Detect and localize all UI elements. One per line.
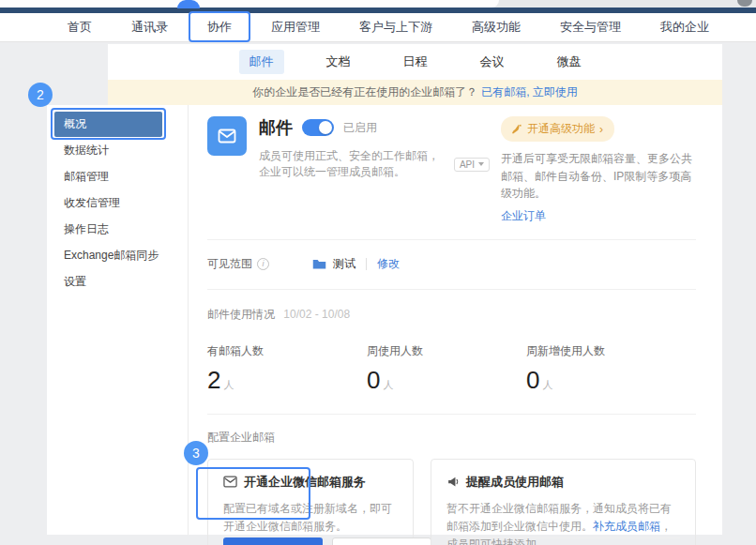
- visible-range-value: 测试: [333, 256, 355, 272]
- content-area: 邮件 已启用 成员可使用正式、安全的工作邮箱，企业可以统一管理成员邮箱。 API…: [188, 105, 722, 535]
- sidebar-item-settings[interactable]: 设置: [47, 268, 188, 295]
- folder-icon: [312, 258, 326, 270]
- stat-unit: 人: [383, 379, 393, 390]
- visible-range-label: 可见范围: [207, 256, 252, 272]
- nav-item-home[interactable]: 首页: [68, 19, 92, 36]
- megaphone-icon: [446, 476, 460, 488]
- api-dropdown-button[interactable]: API: [454, 158, 490, 172]
- existing-mailbox-banner: 你的企业是否已经有正在使用的企业邮箱了？ 已有邮箱, 立即使用: [108, 80, 722, 105]
- nav-item-security-management[interactable]: 安全与管理: [560, 19, 621, 36]
- rocket-icon: [510, 123, 522, 135]
- sidebar-item-overview[interactable]: 概况: [54, 112, 162, 137]
- stat-mailbox-users: 有邮箱人数 2人: [207, 343, 367, 395]
- tab-docs[interactable]: 文档: [316, 50, 361, 74]
- usage-title: 邮件使用情况: [207, 308, 275, 321]
- premium-button-label: 开通高级功能: [527, 121, 595, 137]
- card-title: 提醒成员使用邮箱: [466, 474, 564, 491]
- page-title: 邮件: [259, 116, 293, 139]
- sidebar-item-operation-log[interactable]: 操作日志: [47, 216, 188, 242]
- stat-weekly-users: 周使用人数 0人: [367, 343, 526, 395]
- stat-weekly-new-users: 周新增使用人数 0人: [526, 343, 686, 395]
- info-icon[interactable]: i: [257, 258, 269, 270]
- api-label: API: [460, 159, 475, 170]
- nav-item-advanced-features[interactable]: 高级功能: [472, 19, 521, 36]
- stat-label: 周新增使用人数: [526, 343, 686, 359]
- browser-tab-edge: [0, 0, 499, 8]
- chevron-down-icon: [478, 162, 484, 166]
- premium-description: 开通后可享受无限邮箱容量、更多公共邮箱、邮件自动备份、IP限制等多项高级功能。: [501, 150, 696, 203]
- mail-enabled-label: 已启用: [343, 120, 377, 136]
- stat-value: 0: [367, 366, 380, 394]
- nav-item-my-company[interactable]: 我的企业: [660, 19, 709, 36]
- open-mailbox-service-card: 开通企业微信邮箱服务 配置已有域名或注册新域名，即可开通企业微信邮箱服务。 企业…: [207, 459, 414, 545]
- nav-item-customers-downstream[interactable]: 客户与上下游: [359, 19, 432, 36]
- toggle-knob: [319, 121, 332, 134]
- usage-period: 10/02 - 10/08: [283, 308, 350, 321]
- stat-value: 2: [207, 366, 220, 394]
- edit-visible-range-link[interactable]: 修改: [377, 256, 400, 272]
- nav-item-collaboration[interactable]: 协作: [207, 19, 232, 36]
- sidebar: 概况 数据统计 邮箱管理 收发信管理 操作日志 Exchange邮箱同步 设置: [47, 105, 188, 535]
- stat-unit: 人: [542, 379, 552, 390]
- value-divider: [366, 258, 367, 270]
- tab-mail[interactable]: 邮件: [239, 50, 284, 74]
- browser-chrome-strip: [0, 0, 756, 8]
- tab-drive[interactable]: 微盘: [547, 50, 592, 74]
- mail-enabled-toggle[interactable]: [302, 119, 334, 136]
- sidebar-item-mailbox-management[interactable]: 邮箱管理: [47, 163, 188, 189]
- stat-label: 周使用人数: [367, 343, 526, 359]
- nav-item-collaboration-label: 协作: [207, 20, 232, 34]
- config-section-title: 配置企业邮箱: [207, 430, 696, 446]
- top-navigation: 首页 通讯录 协作 应用管理 客户与上下游 高级功能 安全与管理 我的企业: [0, 13, 756, 42]
- nav-item-contacts[interactable]: 通讯录: [131, 19, 168, 36]
- stat-value: 0: [526, 366, 539, 394]
- card-title: 开通企业微信邮箱服务: [244, 474, 366, 491]
- banner-question: 你的企业是否已经有正在使用的企业邮箱了？: [252, 84, 477, 100]
- nav-item-app-management[interactable]: 应用管理: [271, 19, 320, 36]
- sidebar-item-statistics[interactable]: 数据统计: [47, 137, 188, 163]
- premium-upgrade-button[interactable]: 开通高级功能 ›: [501, 116, 614, 142]
- card-description: 配置已有域名或注册新域名，即可开通企业微信邮箱服务。: [223, 500, 398, 536]
- stat-unit: 人: [223, 379, 234, 390]
- browser-profile-icon: [737, 0, 752, 7]
- tab-schedule[interactable]: 日程: [393, 50, 438, 74]
- company-orders-link[interactable]: 企业订单: [501, 208, 546, 224]
- no-website-button[interactable]: 企业没有官网: [332, 537, 431, 545]
- tab-meeting[interactable]: 会议: [470, 50, 515, 74]
- envelope-outline-icon: [223, 476, 237, 488]
- has-website-button[interactable]: 企业已有官网: [223, 537, 323, 545]
- mail-description: 成员可使用正式、安全的工作邮箱，企业可以统一管理成员邮箱。: [259, 148, 447, 180]
- remind-members-card: 提醒成员使用邮箱 暂不开通企业微信邮箱服务，通知成员将已有邮箱添加到企业微信中使…: [431, 459, 696, 545]
- sidebar-item-exchange-sync[interactable]: Exchange邮箱同步: [47, 242, 188, 268]
- mail-app-icon: [207, 116, 247, 156]
- usage-section: 邮件使用情况 10/02 - 10/08 有邮箱人数 2人 周使用人数 0人 周…: [207, 290, 696, 414]
- collaboration-tabs: 邮件 文档 日程 会议 微盘: [108, 44, 722, 80]
- config-section: 配置企业邮箱 开通企业微信邮箱服务 配置已有域名或注册新域名，即可开通企业微信邮…: [207, 415, 696, 545]
- stat-label: 有邮箱人数: [207, 343, 367, 359]
- mail-header-section: 邮件 已启用 成员可使用正式、安全的工作邮箱，企业可以统一管理成员邮箱。 API…: [207, 105, 696, 239]
- supplement-member-mailbox-link[interactable]: 补充成员邮箱: [593, 520, 660, 533]
- step-2-badge: 2: [28, 83, 53, 107]
- envelope-icon: [216, 125, 238, 147]
- sidebar-item-send-receive-management[interactable]: 收发信管理: [47, 189, 188, 216]
- step-3-badge: 3: [184, 441, 208, 465]
- banner-use-now-link[interactable]: 已有邮箱, 立即使用: [481, 84, 578, 100]
- visible-range-row: 可见范围 i 测试 修改: [207, 240, 696, 289]
- chevron-right-icon: ›: [599, 123, 603, 136]
- card-divider: [446, 537, 680, 538]
